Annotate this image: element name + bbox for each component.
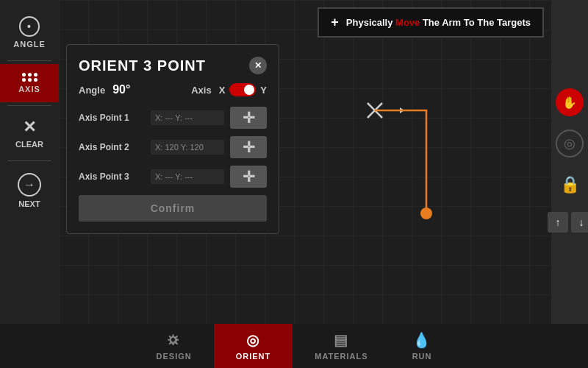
svg-line-0 bbox=[368, 103, 382, 118]
materials-label: MATERIALS bbox=[315, 352, 368, 361]
angle-icon: • bbox=[19, 16, 40, 37]
axis-point-3-row: Axis Point 3 X: --- Y: --- ✛ bbox=[79, 166, 267, 188]
next-arrow-icon: → bbox=[18, 173, 41, 197]
notification-text: Physically Move The Arm To The Targets bbox=[346, 17, 531, 28]
dialog-title: ORIENT 3 POINT bbox=[79, 57, 206, 74]
axis-point-2-row: Axis Point 2 X: 120 Y: 120 ✛ bbox=[79, 136, 267, 158]
clear-x-icon: ✕ bbox=[23, 118, 36, 137]
axis-point-3-label: Axis Point 3 bbox=[79, 171, 145, 182]
nav-item-design[interactable]: ⛭ DESIGN bbox=[135, 324, 214, 368]
stop-button[interactable]: ✋ bbox=[556, 88, 584, 116]
run-label: RUN bbox=[412, 352, 432, 361]
axis-toggle[interactable]: X Y bbox=[219, 83, 267, 96]
axis-label: AXIS bbox=[18, 85, 40, 93]
add-2-icon: ✛ bbox=[243, 138, 255, 156]
axis-point-3-value: X: --- Y: --- bbox=[151, 169, 224, 184]
svg-marker-3 bbox=[400, 107, 404, 113]
plus-icon: + bbox=[331, 15, 339, 30]
axis-icon bbox=[22, 73, 37, 82]
axis-point-3-add-button[interactable]: ✛ bbox=[230, 166, 267, 188]
run-icon: 💧 bbox=[412, 331, 431, 349]
target-button[interactable]: ◎ bbox=[556, 130, 584, 158]
lock-icon: 🔒 bbox=[560, 175, 580, 194]
toggle-switch[interactable] bbox=[229, 83, 256, 96]
toggle-knob bbox=[244, 85, 254, 95]
orient-dialog: ORIENT 3 POINT ✕ Angle 90° Axis X Y Axis… bbox=[66, 44, 279, 234]
angle-value: 90° bbox=[112, 83, 130, 96]
materials-icon: ▤ bbox=[334, 331, 348, 349]
arm-text: The Arm To The Targets bbox=[420, 17, 531, 28]
svg-line-1 bbox=[368, 103, 382, 118]
next-label: NEXT bbox=[18, 199, 40, 208]
add-1-icon: ✛ bbox=[243, 109, 255, 127]
design-label: DESIGN bbox=[157, 352, 192, 361]
physically-text: Physically bbox=[346, 17, 395, 28]
axis-point-1-row: Axis Point 1 X: --- Y: --- ✛ bbox=[79, 107, 267, 129]
confirm-button[interactable]: Confirm bbox=[79, 195, 267, 222]
add-3-icon: ✛ bbox=[243, 168, 255, 185]
down-button[interactable]: ↓ bbox=[571, 212, 588, 233]
axis-y-label: Y bbox=[260, 85, 267, 96]
nav-item-materials[interactable]: ▤ MATERIALS bbox=[293, 324, 390, 368]
axis-point-2-add-button[interactable]: ✛ bbox=[230, 136, 267, 158]
axis-point-2-label: Axis Point 2 bbox=[79, 142, 145, 152]
axis-field-label: Axis bbox=[191, 85, 211, 96]
lock-button[interactable]: 🔒 bbox=[556, 171, 584, 199]
design-icon: ⛭ bbox=[166, 332, 182, 349]
axis-x-label: X bbox=[219, 85, 226, 96]
sidebar-item-next[interactable]: → NEXT bbox=[0, 164, 59, 217]
arrow-buttons: ↑ ↓ bbox=[548, 212, 588, 233]
stop-icon: ✋ bbox=[562, 96, 577, 110]
angle-label: ANGLE bbox=[13, 40, 46, 49]
dialog-header: ORIENT 3 POINT ✕ bbox=[79, 57, 267, 74]
dialog-angle-row: Angle 90° Axis X Y bbox=[79, 83, 267, 96]
sidebar-divider-3 bbox=[7, 160, 51, 161]
orient-label: ORIENT bbox=[236, 352, 271, 361]
bottom-nav: ⛭ DESIGN ◎ ORIENT ▤ MATERIALS 💧 RUN bbox=[0, 324, 588, 368]
dialog-close-button[interactable]: ✕ bbox=[249, 57, 267, 74]
svg-point-4 bbox=[420, 208, 432, 219]
sidebar-item-clear[interactable]: ✕ CLEAR bbox=[0, 109, 59, 158]
up-arrow-icon: ↑ bbox=[556, 216, 561, 228]
right-sidebar: ✋ ◎ 🔒 ↑ ↓ bbox=[551, 0, 588, 324]
axis-point-2-value: X: 120 Y: 120 bbox=[151, 140, 224, 155]
up-button[interactable]: ↑ bbox=[548, 212, 568, 233]
left-sidebar: • ANGLE AXIS ✕ CLEAR → NEXT bbox=[0, 0, 59, 324]
clear-label: CLEAR bbox=[15, 140, 43, 149]
down-arrow-icon: ↓ bbox=[579, 216, 584, 228]
angle-field-label: Angle bbox=[79, 85, 105, 96]
axis-point-1-label: Axis Point 1 bbox=[79, 113, 145, 123]
nav-item-run[interactable]: 💧 RUN bbox=[390, 324, 454, 368]
target-icon: ◎ bbox=[564, 135, 576, 152]
move-text: Move bbox=[395, 17, 420, 28]
axis-point-1-value: X: --- Y: --- bbox=[151, 110, 224, 125]
top-notification-bar: + Physically Move The Arm To The Targets bbox=[318, 7, 544, 38]
nav-item-orient[interactable]: ◎ ORIENT bbox=[214, 324, 293, 368]
axis-point-1-add-button[interactable]: ✛ bbox=[230, 107, 267, 129]
sidebar-item-angle[interactable]: • ANGLE bbox=[0, 7, 59, 57]
sidebar-item-axis[interactable]: AXIS bbox=[0, 64, 59, 102]
sidebar-divider-1 bbox=[7, 60, 51, 61]
orient-icon: ◎ bbox=[246, 331, 259, 349]
sidebar-divider-2 bbox=[7, 105, 51, 106]
